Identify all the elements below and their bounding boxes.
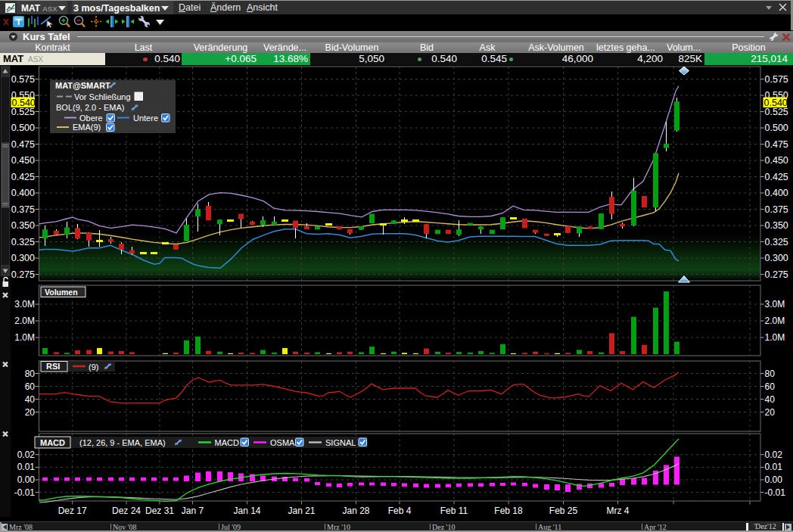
svg-text:-0.01: -0.01: [14, 487, 36, 498]
svg-text:0.450: 0.450: [11, 155, 35, 166]
svg-text:0.500: 0.500: [765, 123, 788, 133]
svg-text:20: 20: [765, 407, 776, 418]
svg-text:Feb 18: Feb 18: [494, 506, 523, 516]
svg-text:0.375: 0.375: [11, 204, 35, 215]
svg-text:80: 80: [25, 369, 36, 379]
svg-text:(12, 26, 9 - EMA, EMA): (12, 26, 9 - EMA, EMA): [79, 438, 166, 447]
svg-text:0.325: 0.325: [765, 237, 788, 247]
svg-text:0.275: 0.275: [765, 269, 788, 280]
svg-text:0.275: 0.275: [11, 269, 35, 280]
svg-text:0.00: 0.00: [765, 474, 783, 485]
svg-text:0.450: 0.450: [765, 155, 788, 166]
svg-text:0.540: 0.540: [12, 98, 36, 108]
svg-text:0.350: 0.350: [765, 220, 788, 231]
svg-text:Jan 28: Jan 28: [342, 506, 369, 516]
svg-text:2.0M: 2.0M: [14, 316, 35, 326]
svg-text:0.00: 0.00: [17, 474, 36, 485]
svg-text:0.475: 0.475: [11, 139, 35, 150]
svg-text:Vor Schließung: Vor Schließung: [74, 92, 131, 101]
svg-text:80: 80: [765, 369, 776, 379]
svg-text:Feb 11: Feb 11: [440, 506, 468, 516]
svg-text:Dez 31: Dez 31: [145, 506, 174, 516]
svg-text:Feb 25: Feb 25: [549, 506, 578, 516]
svg-text:OSMA: OSMA: [270, 438, 295, 447]
svg-text:20: 20: [25, 407, 36, 418]
svg-text:MACD: MACD: [215, 438, 239, 447]
svg-text:60: 60: [25, 381, 36, 392]
svg-text:0.300: 0.300: [11, 253, 35, 263]
svg-text:0.350: 0.350: [11, 220, 35, 231]
svg-text:2.0M: 2.0M: [765, 316, 785, 326]
svg-text:0.425: 0.425: [765, 172, 788, 182]
svg-text:1.0M: 1.0M: [765, 332, 785, 343]
svg-text:0.02: 0.02: [765, 450, 783, 460]
svg-text:0.325: 0.325: [11, 237, 35, 247]
svg-text:0.425: 0.425: [11, 172, 35, 182]
svg-text:EMA(9): EMA(9): [73, 123, 101, 132]
svg-text:Jan 14: Jan 14: [233, 506, 260, 516]
svg-text:Untere: Untere: [133, 114, 158, 123]
svg-text:0.400: 0.400: [11, 188, 35, 198]
svg-text:SIGNAL: SIGNAL: [325, 438, 356, 447]
svg-text:0.575: 0.575: [11, 74, 35, 85]
svg-text:RSI: RSI: [46, 362, 60, 371]
svg-text:Dez 17: Dez 17: [58, 506, 87, 516]
svg-text:BOL(9, 2.0 - EMA): BOL(9, 2.0 - EMA): [56, 103, 124, 112]
svg-text:1.0M: 1.0M: [14, 332, 35, 343]
svg-text:Obere: Obere: [79, 114, 103, 123]
svg-text:0.300: 0.300: [765, 253, 788, 263]
svg-text:0.01: 0.01: [17, 462, 36, 472]
svg-text:0.575: 0.575: [765, 74, 788, 85]
svg-text:0.01: 0.01: [765, 462, 783, 472]
svg-text:Dez 24: Dez 24: [112, 506, 141, 516]
svg-text:0.540: 0.540: [764, 98, 788, 108]
svg-text:Volumen: Volumen: [45, 288, 78, 297]
svg-text:3.0M: 3.0M: [765, 299, 785, 310]
svg-text:MAT@SMART: MAT@SMART: [55, 81, 110, 90]
svg-text:Jan 7: Jan 7: [182, 506, 204, 516]
svg-text:-0.01: -0.01: [765, 487, 786, 498]
svg-text:(9): (9): [89, 362, 98, 372]
svg-text:3.0M: 3.0M: [14, 299, 35, 310]
svg-text:40: 40: [25, 394, 36, 405]
svg-text:0.02: 0.02: [17, 450, 36, 460]
svg-text:0.375: 0.375: [765, 204, 788, 215]
svg-text:0.525: 0.525: [765, 107, 788, 117]
svg-text:0.500: 0.500: [11, 123, 35, 133]
svg-text:T: T: [16, 17, 21, 26]
svg-text:Jan 21: Jan 21: [288, 506, 315, 516]
svg-text:Mrz 4: Mrz 4: [607, 506, 630, 516]
svg-text:0.475: 0.475: [765, 139, 788, 150]
svg-text:0.400: 0.400: [765, 188, 788, 198]
svg-text:60: 60: [765, 381, 776, 392]
svg-text:40: 40: [765, 394, 776, 405]
svg-text:0.525: 0.525: [11, 107, 35, 117]
svg-text:MACD: MACD: [40, 438, 65, 447]
svg-text:Feb 4: Feb 4: [388, 506, 412, 516]
